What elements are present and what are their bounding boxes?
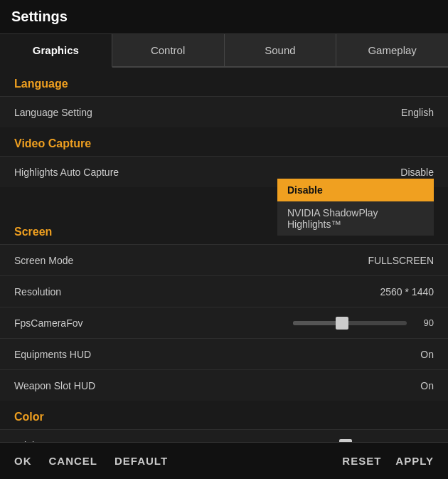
dropdown-menu: Disable NVIDIA ShadowPlay Highlights™ — [277, 179, 434, 236]
tabs: Graphics Control Sound Gameplay — [0, 34, 448, 68]
slider-track-fps — [293, 321, 407, 325]
row-highlights-auto-capture[interactable]: Highlights Auto Capture Disable Disable … — [0, 156, 448, 187]
dropdown-option-nvidia[interactable]: NVIDIA ShadowPlay Highlights™ — [277, 201, 434, 236]
tab-control[interactable]: Control — [112, 34, 225, 66]
apply-button[interactable]: APPLY — [395, 455, 434, 467]
page-title: Settings — [11, 9, 68, 24]
label-resolution: Resolution — [14, 286, 61, 298]
row-resolution[interactable]: Resolution 2560 * 1440 — [0, 275, 448, 307]
reset-button[interactable]: RESET — [342, 455, 381, 467]
section-video-capture: Video Capture Highlights Auto Capture Di… — [0, 127, 448, 187]
slider-fill-fps — [293, 321, 342, 325]
slider-thumb-fps[interactable] — [336, 317, 348, 330]
dropdown-option-disable[interactable]: Disable — [277, 179, 434, 201]
tab-sound[interactable]: Sound — [225, 34, 337, 66]
section-header-color: Color — [0, 401, 448, 429]
row-equipments-hud[interactable]: Equipments HUD On — [0, 338, 448, 369]
default-button[interactable]: DEFAULT — [114, 455, 168, 467]
section-screen: Screen Screen Mode FULLSCREEN Resolution… — [0, 216, 448, 401]
label-equipments-hud: Equipments HUD — [14, 349, 91, 360]
row-weapon-slot-hud[interactable]: Weapon Slot HUD On — [0, 369, 448, 401]
label-weapon-slot-hud: Weapon Slot HUD — [14, 380, 95, 391]
bottom-left-buttons: OK CANCEL DEFAULT — [14, 455, 168, 467]
settings-content: Language Language Setting English Video … — [0, 68, 448, 470]
section-header-language: Language — [0, 68, 448, 96]
section-header-video-capture: Video Capture — [0, 127, 448, 156]
tab-graphics[interactable]: Graphics — [0, 34, 112, 68]
slider-value-fps: 90 — [414, 317, 434, 328]
section-language: Language Language Setting English — [0, 68, 448, 127]
value-language-setting: English — [401, 107, 434, 118]
label-screen-mode: Screen Mode — [14, 255, 73, 266]
tab-gameplay[interactable]: Gameplay — [336, 34, 448, 66]
label-language-setting: Language Setting — [14, 107, 92, 118]
row-fps-camera-fov[interactable]: FpsCameraFov 90 — [0, 307, 448, 338]
value-resolution: 2560 * 1440 — [380, 286, 434, 298]
label-highlights-auto-capture: Highlights Auto Capture — [14, 167, 119, 178]
value-weapon-slot-hud: On — [420, 380, 434, 391]
cancel-button[interactable]: CANCEL — [49, 455, 98, 467]
dropdown-highlights[interactable]: Disable Disable NVIDIA ShadowPlay Highli… — [400, 166, 434, 179]
row-screen-mode[interactable]: Screen Mode FULLSCREEN — [0, 244, 448, 275]
ok-button[interactable]: OK — [14, 455, 32, 467]
title-bar: Settings — [0, 0, 448, 34]
label-fps-camera-fov: FpsCameraFov — [14, 317, 82, 329]
value-screen-mode: FULLSCREEN — [368, 255, 434, 266]
value-equipments-hud: On — [420, 349, 434, 360]
slider-fps-camera-fov[interactable]: 90 — [293, 317, 434, 328]
value-highlights: Disable — [400, 167, 434, 178]
row-language-setting[interactable]: Language Setting English — [0, 96, 448, 127]
bottom-right-buttons: RESET APPLY — [342, 455, 434, 467]
bottom-bar: OK CANCEL DEFAULT RESET APPLY — [0, 442, 448, 479]
